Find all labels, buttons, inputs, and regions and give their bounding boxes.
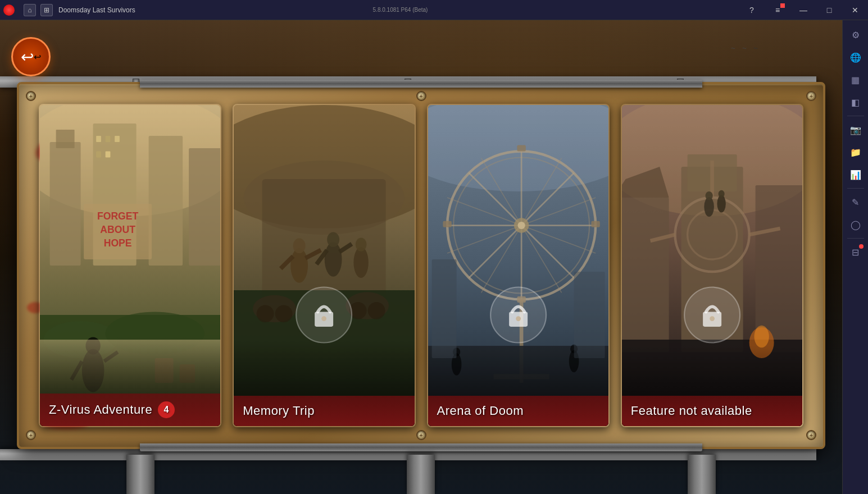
settings-icon[interactable]: ⚙ xyxy=(846,25,866,45)
birds-group: 〜 〜 〜 xyxy=(731,45,758,52)
card-memory-trip-title: Memory Trip xyxy=(243,404,315,418)
svg-rect-5 xyxy=(149,136,183,266)
sidebar-divider-2 xyxy=(847,188,864,189)
svg-rect-85 xyxy=(622,198,669,352)
card-z-virus[interactable]: FORGET ABOUT HOPE xyxy=(39,104,221,427)
svg-point-104 xyxy=(710,316,715,321)
card-arena-scene xyxy=(428,105,608,426)
card-feature-na-title: Feature not available xyxy=(631,404,752,418)
card-arena-of-doom[interactable]: Arena of Doom xyxy=(427,104,610,427)
bolt-top-left xyxy=(26,91,36,101)
svg-rect-67 xyxy=(591,221,599,227)
svg-point-43 xyxy=(257,305,274,322)
card-memory-trip[interactable]: Memory Trip xyxy=(233,104,415,427)
card-feature-na[interactable]: Feature not available xyxy=(621,104,803,427)
svg-text:FORGET: FORGET xyxy=(97,211,139,222)
svg-point-101 xyxy=(754,326,769,348)
back-icon: ↩ xyxy=(34,52,41,62)
close-button[interactable]: ✕ xyxy=(842,0,868,20)
bolt-middle-bottom xyxy=(416,430,426,440)
maximize-button[interactable]: □ xyxy=(816,0,842,20)
chart-icon[interactable]: 📊 xyxy=(846,164,866,185)
sidebar-divider-3 xyxy=(847,238,864,239)
card-feature-na-scene xyxy=(622,105,802,426)
app-title: Doomsday Last Survivors xyxy=(58,6,370,14)
svg-rect-9 xyxy=(115,136,120,142)
bracket-top xyxy=(140,80,703,88)
svg-rect-78 xyxy=(574,272,605,358)
bracket-bottom xyxy=(140,443,703,451)
bulletin-board: FORGET ABOUT HOPE xyxy=(17,82,825,449)
home-nav-button[interactable]: ⌂ xyxy=(24,4,36,16)
svg-rect-2 xyxy=(50,142,81,266)
svg-point-97 xyxy=(717,195,725,213)
window-controls: ? ≡ — □ ✕ xyxy=(739,0,868,20)
notification-dot xyxy=(780,3,785,8)
folder-icon[interactable]: 📁 xyxy=(846,142,866,162)
right-sidebar: ⚙ 🌐 ▦ ◧ 📷 📁 📊 ✎ ◯ ⊟ xyxy=(842,20,868,494)
svg-rect-30 xyxy=(262,179,386,303)
card-memory-trip-label: Memory Trip xyxy=(234,396,414,426)
svg-text:ABOUT: ABOUT xyxy=(100,224,135,235)
svg-point-37 xyxy=(327,232,339,247)
grid-icon[interactable]: ▦ xyxy=(846,70,866,90)
bolt-top-right xyxy=(806,91,816,101)
menu-button[interactable]: ≡ xyxy=(765,0,790,20)
svg-rect-6 xyxy=(189,148,220,266)
card-z-virus-badge: 4 xyxy=(158,401,175,418)
svg-rect-66 xyxy=(443,221,451,227)
svg-point-50 xyxy=(321,316,326,321)
card-arena-label: Arena of Doom xyxy=(428,396,608,426)
bolt-bottom-left xyxy=(26,430,36,440)
sliders-icon[interactable]: ⊟ xyxy=(846,242,866,262)
svg-point-36 xyxy=(325,242,342,277)
bird-2: 〜 xyxy=(742,45,747,52)
title-bar: ⌂ ⊞ Doomsday Last Survivors 5.8.0.1081 P… xyxy=(0,0,868,20)
camera-icon[interactable]: 📷 xyxy=(846,120,866,140)
svg-point-41 xyxy=(356,238,367,251)
title-bar-nav: ⌂ ⊞ xyxy=(18,4,58,16)
svg-point-44 xyxy=(275,305,293,322)
svg-rect-3 xyxy=(56,130,75,148)
sidebar-notification xyxy=(859,244,864,249)
svg-point-32 xyxy=(290,248,308,283)
svg-rect-64 xyxy=(517,145,525,152)
svg-point-96 xyxy=(705,191,712,200)
layers-icon[interactable]: ◧ xyxy=(846,92,866,112)
svg-point-40 xyxy=(354,247,369,278)
sidebar-divider-1 xyxy=(847,116,864,116)
svg-point-69 xyxy=(517,222,525,229)
card-memory-trip-scene xyxy=(234,105,414,426)
app-icon xyxy=(3,4,15,16)
help-button[interactable]: ? xyxy=(739,0,765,20)
circle-icon[interactable]: ◯ xyxy=(846,214,866,235)
svg-point-81 xyxy=(516,316,521,321)
bird-3: 〜 xyxy=(753,45,758,52)
card-z-virus-scene: FORGET ABOUT HOPE xyxy=(40,105,220,426)
svg-point-47 xyxy=(368,302,385,319)
svg-point-33 xyxy=(293,239,306,253)
bolt-middle-top xyxy=(416,91,426,101)
app-subtitle: 5.8.0.1081 P64 (Beta) xyxy=(373,7,428,13)
minimize-button[interactable]: — xyxy=(790,0,816,20)
card-arena-title: Arena of Doom xyxy=(437,404,524,418)
svg-rect-8 xyxy=(106,136,111,142)
game-area: 〜 〜 〜 ↩ xyxy=(0,20,842,494)
bird-1: 〜 xyxy=(731,45,735,52)
card-z-virus-label: Z-Virus Adventure 4 xyxy=(40,394,220,426)
svg-rect-77 xyxy=(431,259,456,358)
apps-nav-button[interactable]: ⊞ xyxy=(40,4,53,16)
globe-icon[interactable]: 🌐 xyxy=(846,47,866,67)
edit-icon[interactable]: ✎ xyxy=(846,192,866,212)
svg-text:HOPE: HOPE xyxy=(104,237,132,249)
svg-point-98 xyxy=(718,190,724,198)
card-z-virus-title: Z-Virus Adventure xyxy=(49,402,152,417)
svg-rect-11 xyxy=(106,152,111,158)
card-feature-na-label: Feature not available xyxy=(622,396,802,426)
svg-rect-10 xyxy=(96,152,101,158)
bolt-bottom-right xyxy=(806,430,816,440)
back-button[interactable]: ↩ xyxy=(11,37,51,76)
board-inner: FORGET ABOUT HOPE xyxy=(39,104,803,427)
svg-rect-7 xyxy=(96,136,101,142)
